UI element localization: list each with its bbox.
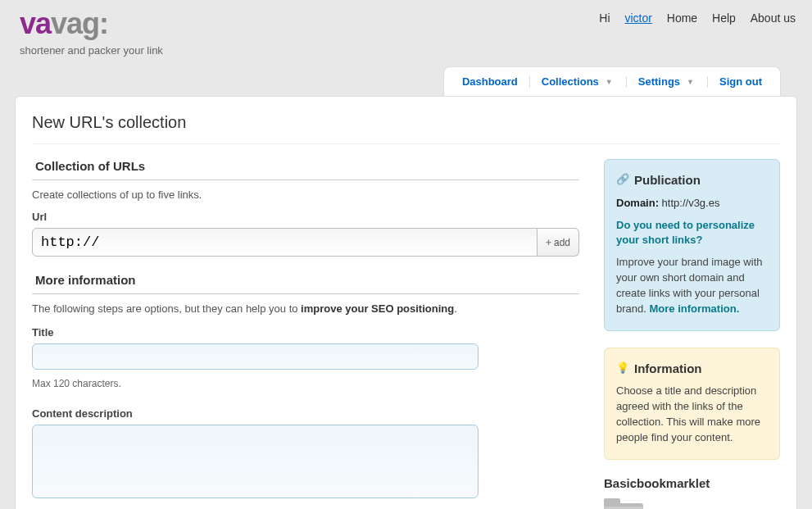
main-tabs: Dashboard Collections ▼ Settings ▼ Sign … xyxy=(443,66,781,96)
seo-hint: The following steps are options, but the… xyxy=(32,302,579,315)
urls-hint: Create collections of up to five links. xyxy=(32,189,579,201)
folder-icon xyxy=(604,503,643,509)
tab-separator xyxy=(626,76,627,88)
information-body: Choose a title and description agreed wi… xyxy=(616,384,768,445)
seo-hint-pre: The following steps are options, but the… xyxy=(32,302,301,315)
section-moreinfo-heading: More information xyxy=(32,273,579,294)
seo-hint-post: . xyxy=(454,302,457,315)
more-info-link[interactable]: More information. xyxy=(649,302,739,315)
tab-collections[interactable]: Collections xyxy=(542,75,599,88)
title-hint: Max 120 characters. xyxy=(32,378,579,389)
title-input[interactable] xyxy=(32,343,479,370)
information-heading: Information xyxy=(634,360,702,378)
section-urls-heading: Collection of URLs xyxy=(32,159,579,180)
add-button-label: add xyxy=(554,237,570,248)
user-link[interactable]: victor xyxy=(624,11,651,25)
chevron-down-icon[interactable]: ▼ xyxy=(606,78,613,86)
domain-value: http://v3g.es xyxy=(659,197,719,209)
logo-part2: vag xyxy=(51,7,99,40)
tab-separator xyxy=(707,76,708,88)
publication-heading: Publication xyxy=(634,171,701,189)
personalize-question: Do you need to personalize your short li… xyxy=(616,218,768,249)
tagline: shortener and packer your link xyxy=(20,44,163,57)
publication-body: Improve your brand image with your own s… xyxy=(616,255,768,316)
logo[interactable]: vavag: xyxy=(20,7,163,41)
logo-part1: va xyxy=(20,7,51,40)
publication-panel: 🔗Publication Domain: http://v3g.es Do yo… xyxy=(604,159,780,331)
seo-hint-bold: improve your SEO positioning xyxy=(301,302,454,315)
bulb-icon: 💡 xyxy=(616,361,629,376)
logo-colon: : xyxy=(99,7,108,40)
tab-separator xyxy=(529,76,530,88)
information-panel: 💡Information Choose a title and descript… xyxy=(604,348,780,460)
add-button[interactable]: add xyxy=(538,228,579,257)
url-input[interactable] xyxy=(32,228,538,257)
chevron-down-icon[interactable]: ▼ xyxy=(687,78,694,86)
help-link[interactable]: Help xyxy=(712,11,736,25)
bookmarklet-heading: Basicbookmarklet xyxy=(604,476,780,490)
about-link[interactable]: About us xyxy=(751,11,796,25)
link-icon: 🔗 xyxy=(616,172,629,188)
tab-signout[interactable]: Sign out xyxy=(719,75,762,88)
url-label: Url xyxy=(32,211,579,223)
domain-label: Domain: xyxy=(616,197,659,209)
brand-block: vavag: shortener and packer your link xyxy=(20,7,163,57)
page-title: New URL's collection xyxy=(32,113,780,144)
greeting-hi: Hi xyxy=(599,11,613,25)
main-column: Collection of URLs Create collections of… xyxy=(32,159,579,509)
desc-label: Content description xyxy=(32,407,579,420)
title-label: Title xyxy=(32,326,579,339)
top-links: Hi victor Home Help About us xyxy=(599,7,796,25)
bookmarklet-row: Drag this links to xyxy=(604,503,780,509)
home-link[interactable]: Home xyxy=(667,11,697,25)
side-column: 🔗Publication Domain: http://v3g.es Do yo… xyxy=(604,159,780,509)
tab-settings[interactable]: Settings xyxy=(638,75,680,88)
desc-input[interactable] xyxy=(32,425,479,498)
tab-dashboard[interactable]: Dashboard xyxy=(462,75,518,88)
